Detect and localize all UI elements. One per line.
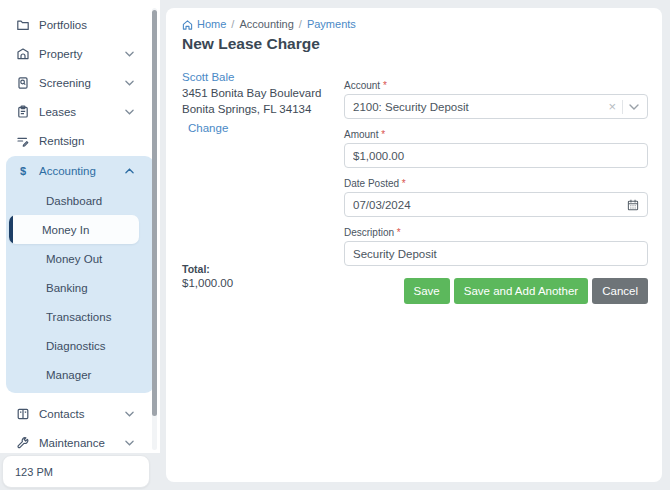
sidebar-item-leases[interactable]: Leases bbox=[0, 97, 160, 126]
required-mark: * bbox=[381, 129, 385, 140]
page-title: New Lease Charge bbox=[182, 35, 320, 53]
cancel-button[interactable]: Cancel bbox=[592, 278, 648, 304]
chevron-down-icon bbox=[125, 411, 134, 417]
sidebar-subitem-label: Dashboard bbox=[46, 195, 102, 207]
breadcrumb-separator: / bbox=[231, 18, 234, 30]
description-input[interactable]: Security Deposit bbox=[344, 241, 648, 266]
customer-address-line1: 3451 Bonita Bay Boulevard bbox=[182, 85, 321, 101]
leases-icon bbox=[16, 105, 30, 119]
sidebar-subitem-label: Money Out bbox=[46, 253, 102, 265]
sidebar-item-diagnostics[interactable]: Diagnostics bbox=[6, 331, 154, 360]
breadcrumb: Home / Accounting / Payments bbox=[182, 18, 356, 30]
account-select-value: 2100: Security Deposit bbox=[353, 101, 608, 113]
sidebar-item-rentsign[interactable]: Rentsign bbox=[0, 126, 160, 155]
sidebar-subitem-label: Diagnostics bbox=[46, 340, 105, 352]
svg-text:$: $ bbox=[20, 165, 26, 177]
customer-address-line2: Bonita Springs, FL 34134 bbox=[182, 101, 321, 117]
chevron-down-icon bbox=[125, 51, 134, 57]
date-posted-label: Date Posted * bbox=[344, 178, 648, 189]
sidebar-item-money-out[interactable]: Money Out bbox=[6, 244, 154, 273]
sidebar-item-label: Screening bbox=[39, 77, 91, 89]
amount-field-group: Amount * $1,000.00 bbox=[344, 129, 648, 168]
sidebar-subitem-label: Money In bbox=[13, 224, 89, 236]
breadcrumb-home-link[interactable]: Home bbox=[182, 18, 226, 30]
account-label: Account * bbox=[344, 80, 648, 91]
contacts-icon bbox=[16, 407, 30, 421]
date-posted-value: 07/03/2024 bbox=[353, 199, 627, 211]
sidebar-item-money-in[interactable]: Money In bbox=[9, 215, 139, 244]
sidebar-scrollbar[interactable] bbox=[152, 8, 157, 450]
sidebar-item-label: Accounting bbox=[39, 165, 96, 177]
breadcrumb-accounting: Accounting bbox=[239, 18, 293, 30]
required-mark: * bbox=[402, 178, 406, 189]
form-actions: Save Save and Add Another Cancel bbox=[344, 278, 648, 304]
description-input-value: Security Deposit bbox=[353, 248, 639, 260]
account-field-group: Account * 2100: Security Deposit × bbox=[344, 80, 648, 119]
save-button[interactable]: Save bbox=[404, 278, 450, 304]
select-divider bbox=[622, 100, 623, 114]
description-label: Description * bbox=[344, 227, 648, 238]
calendar-icon[interactable] bbox=[627, 199, 639, 211]
chevron-down-icon[interactable] bbox=[629, 104, 639, 110]
home-icon bbox=[182, 19, 193, 30]
required-mark: * bbox=[383, 80, 387, 91]
chevron-down-icon bbox=[125, 80, 134, 86]
date-posted-input[interactable]: 07/03/2024 bbox=[344, 192, 648, 217]
breadcrumb-separator: / bbox=[299, 18, 302, 30]
sidebar-item-contacts[interactable]: Contacts bbox=[0, 399, 160, 428]
total-summary: Total: $1,000.00 bbox=[182, 262, 233, 290]
dollar-icon: $ bbox=[16, 164, 30, 178]
amount-input[interactable]: $1,000.00 bbox=[344, 143, 648, 168]
chevron-down-icon bbox=[125, 440, 134, 446]
total-value: $1,000.00 bbox=[182, 276, 233, 290]
chevron-up-icon bbox=[125, 168, 134, 174]
sidebar-subitem-label: Manager bbox=[46, 369, 91, 381]
sidebar-item-banking[interactable]: Banking bbox=[6, 273, 154, 302]
chevron-down-icon bbox=[125, 109, 134, 115]
account-select[interactable]: 2100: Security Deposit × bbox=[344, 94, 648, 119]
sidebar-item-label: Leases bbox=[39, 106, 76, 118]
amount-input-value: $1,000.00 bbox=[353, 150, 639, 162]
accounting-section: $ Accounting Dashboard Money In Money Ou… bbox=[6, 156, 154, 393]
sidebar-footer-card[interactable]: 123 PM bbox=[2, 455, 150, 488]
lease-charge-form: Account * 2100: Security Deposit × Amoun… bbox=[344, 80, 648, 304]
sidebar-item-label: Property bbox=[39, 48, 82, 60]
save-and-add-another-button[interactable]: Save and Add Another bbox=[454, 278, 588, 304]
sidebar-item-manager[interactable]: Manager bbox=[6, 360, 154, 389]
sidebar-item-label: Contacts bbox=[39, 408, 84, 420]
customer-name-link[interactable]: Scott Bale bbox=[182, 69, 321, 85]
main-content-card: Home / Accounting / Payments New Lease C… bbox=[166, 8, 662, 482]
sidebar-item-label: Rentsign bbox=[39, 135, 84, 147]
customer-info: Scott Bale 3451 Bonita Bay Boulevard Bon… bbox=[182, 69, 321, 136]
sidebar-item-transactions[interactable]: Transactions bbox=[6, 302, 154, 331]
clear-icon[interactable]: × bbox=[608, 100, 616, 113]
date-posted-field-group: Date Posted * 07/03/2024 bbox=[344, 178, 648, 217]
sidebar: Portfolios Property Screening Leas bbox=[0, 0, 160, 453]
sidebar-item-maintenance[interactable]: Maintenance bbox=[0, 428, 160, 457]
rentsign-icon bbox=[16, 134, 30, 148]
total-label: Total: bbox=[182, 262, 233, 276]
sidebar-subitem-label: Banking bbox=[46, 282, 88, 294]
amount-label: Amount * bbox=[344, 129, 648, 140]
required-mark: * bbox=[397, 227, 401, 238]
sidebar-item-dashboard[interactable]: Dashboard bbox=[6, 186, 154, 215]
wrench-icon bbox=[16, 436, 30, 450]
sidebar-item-property[interactable]: Property bbox=[0, 39, 160, 68]
footer-text: 123 PM bbox=[15, 466, 53, 478]
sidebar-item-screening[interactable]: Screening bbox=[0, 68, 160, 97]
description-field-group: Description * Security Deposit bbox=[344, 227, 648, 266]
scrollbar-thumb[interactable] bbox=[152, 10, 157, 416]
property-icon bbox=[16, 47, 30, 61]
sidebar-item-label: Maintenance bbox=[39, 437, 105, 449]
folder-icon bbox=[16, 18, 30, 32]
screening-icon bbox=[16, 76, 30, 90]
sidebar-item-label: Portfolios bbox=[39, 19, 87, 31]
change-customer-link[interactable]: Change bbox=[182, 120, 321, 136]
sidebar-item-portfolios[interactable]: Portfolios bbox=[0, 10, 160, 39]
sidebar-item-accounting[interactable]: $ Accounting bbox=[6, 156, 154, 186]
sidebar-nav: Portfolios Property Screening Leas bbox=[0, 0, 160, 457]
sidebar-subitem-label: Transactions bbox=[46, 311, 111, 323]
breadcrumb-payments-link[interactable]: Payments bbox=[307, 18, 356, 30]
